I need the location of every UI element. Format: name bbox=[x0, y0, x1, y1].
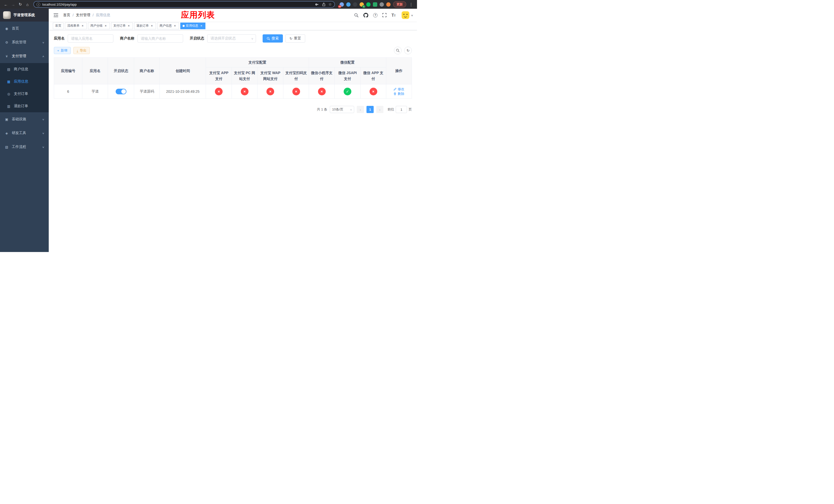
app-name-label: 应用名 bbox=[54, 36, 65, 41]
status-label: 开启状态 bbox=[190, 36, 204, 41]
pin-icon[interactable] bbox=[379, 2, 384, 7]
sidebar-item-label: 工作流程 bbox=[12, 144, 26, 149]
cell-status bbox=[108, 84, 134, 99]
page-size-select[interactable]: 10条/页 ∨ bbox=[330, 106, 354, 113]
refresh-table-button[interactable]: ↻ bbox=[404, 47, 412, 54]
tab-refund-order[interactable]: 退款订单 × bbox=[134, 23, 156, 29]
col-group-wechat: 微信配置 bbox=[309, 58, 386, 67]
app-title: 芋道管理系统 bbox=[13, 13, 35, 18]
plus-icon: + bbox=[57, 49, 59, 52]
site-info-icon[interactable]: i bbox=[37, 3, 40, 6]
browser-home-icon[interactable]: ⌂ bbox=[24, 1, 31, 8]
sidebar-item-dev-tools[interactable]: ◈ 研发工具 ∨ bbox=[0, 126, 49, 140]
sidebar-item-home[interactable]: ◉ 首页 bbox=[0, 22, 49, 36]
close-icon[interactable]: × bbox=[150, 24, 154, 28]
close-icon[interactable]: × bbox=[173, 24, 177, 28]
tab-label: 用户分组 bbox=[90, 24, 103, 28]
col-actions: 操作 bbox=[386, 58, 412, 84]
breadcrumb-item-payment[interactable]: 支付管理 bbox=[76, 13, 90, 18]
extension-icon[interactable] bbox=[353, 2, 357, 7]
status-select[interactable]: 请选择开启状态 ∨ bbox=[207, 35, 256, 43]
edit-button[interactable]: 修改 bbox=[393, 87, 404, 92]
font-size-icon[interactable]: TT bbox=[391, 13, 396, 18]
col-alipay-qr: 支付宝扫码支付 bbox=[283, 67, 309, 84]
export-button[interactable]: ↓ 导出 bbox=[73, 47, 90, 54]
sidebar-item-pay-order[interactable]: ◎ 支付订单 bbox=[0, 88, 49, 100]
tab-process-form[interactable]: 流程表单 × bbox=[65, 23, 87, 29]
breadcrumb-current: 应用信息 bbox=[96, 13, 110, 18]
tab-label: 首页 bbox=[55, 24, 61, 28]
app-logo[interactable]: 芋道管理系统 bbox=[0, 9, 49, 22]
sidebar-item-workflow[interactable]: ▧ 工作流程 ∨ bbox=[0, 140, 49, 154]
sidebar-item-refund-order[interactable]: ▥ 退款订单 bbox=[0, 100, 49, 112]
page-title: 应用列表 bbox=[181, 9, 215, 21]
close-icon[interactable]: × bbox=[199, 24, 203, 28]
extension-icon[interactable] bbox=[373, 2, 377, 7]
next-page-button[interactable]: › bbox=[376, 106, 383, 113]
close-icon[interactable]: × bbox=[104, 24, 107, 28]
card-icon: ▤ bbox=[7, 67, 11, 71]
share-icon[interactable] bbox=[322, 3, 326, 6]
sidebar-item-app-info[interactable]: ▦ 应用信息 bbox=[0, 75, 49, 88]
browser-reload-icon[interactable]: ↻ bbox=[17, 1, 24, 8]
col-status: 开启状态 bbox=[108, 58, 134, 84]
github-icon[interactable] bbox=[364, 13, 368, 18]
search-icon[interactable] bbox=[354, 13, 358, 18]
col-alipay-app: 支付宝 APP 支付 bbox=[206, 67, 232, 84]
help-icon[interactable]: ? bbox=[373, 13, 377, 18]
download-icon: ↓ bbox=[77, 49, 79, 52]
cell-merchant: 芋道源码 bbox=[134, 84, 160, 99]
grid-icon: ▦ bbox=[7, 80, 11, 84]
password-key-icon[interactable] bbox=[315, 3, 319, 6]
target-icon: ◎ bbox=[7, 92, 11, 96]
extension-icon[interactable] bbox=[346, 2, 351, 7]
status-toggle[interactable] bbox=[116, 89, 127, 94]
page-size-value: 10条/页 bbox=[332, 107, 344, 112]
tab-pay-order[interactable]: 支付订单 × bbox=[111, 23, 133, 29]
page-1-button[interactable]: 1 bbox=[367, 106, 374, 113]
tab-app-info[interactable]: 应用信息 × bbox=[180, 23, 205, 29]
address-bar[interactable]: i localhost:1024/pay/app ☆ bbox=[33, 1, 335, 8]
user-menu[interactable]: ∨ bbox=[402, 11, 413, 19]
profile-avatar-icon[interactable] bbox=[386, 2, 391, 7]
reset-button[interactable]: ↻ 重置 bbox=[285, 35, 305, 43]
close-icon[interactable]: × bbox=[127, 24, 131, 28]
col-wechat-mini: 微信小程序支付 bbox=[309, 67, 335, 84]
tab-merchant-info[interactable]: 商户信息 × bbox=[157, 23, 179, 29]
chevron-down-icon: ∨ bbox=[42, 132, 45, 134]
tab-home[interactable]: 首页 bbox=[53, 23, 64, 29]
tab-label: 退款订单 bbox=[136, 24, 149, 28]
url-text: localhost:1024/pay/app bbox=[42, 3, 313, 6]
alipay-wap-status-icon: × bbox=[266, 88, 274, 95]
browser-update-button[interactable]: 更新 bbox=[393, 1, 406, 7]
sidebar-item-payment[interactable]: ¥ 支付管理 ∧ bbox=[0, 49, 49, 63]
add-button[interactable]: + 新增 bbox=[54, 47, 71, 54]
merchant-name-input[interactable] bbox=[137, 35, 183, 43]
cell-alipay-app: × bbox=[206, 84, 232, 99]
document-icon: ▥ bbox=[7, 104, 11, 108]
sidebar-item-merchant-info[interactable]: ▤ 商户信息 bbox=[0, 63, 49, 75]
breadcrumb-item-home[interactable]: 首页 bbox=[63, 13, 70, 18]
toggle-search-button[interactable] bbox=[394, 47, 402, 54]
bookmark-star-icon[interactable]: ☆ bbox=[329, 2, 332, 7]
extension-icon[interactable]: 10 bbox=[339, 2, 344, 7]
tab-label: 商户信息 bbox=[159, 24, 172, 28]
close-icon[interactable]: × bbox=[81, 24, 84, 28]
sidebar-item-label: 研发工具 bbox=[12, 131, 26, 135]
sidebar-item-system[interactable]: ⚙ 系统管理 ∨ bbox=[0, 36, 49, 49]
prev-page-button[interactable]: ‹ bbox=[357, 106, 364, 113]
sidebar-menu: ◉ 首页 ⚙ 系统管理 ∨ ¥ 支付管理 ∧ ▤ 商户信息 ▦ 应用信 bbox=[0, 22, 49, 252]
app-name-input[interactable] bbox=[68, 35, 113, 43]
extension-icon[interactable] bbox=[366, 2, 371, 7]
goto-page-input[interactable] bbox=[396, 106, 407, 113]
sidebar-item-infrastructure[interactable]: ▣ 基础设施 ∨ bbox=[0, 112, 49, 126]
sidebar-toggle-icon[interactable] bbox=[53, 13, 59, 18]
browser-back-icon[interactable]: ← bbox=[3, 1, 9, 8]
tab-user-group[interactable]: 用户分组 × bbox=[88, 23, 110, 29]
fullscreen-icon[interactable] bbox=[382, 13, 387, 17]
extension-icon[interactable]: 1 bbox=[359, 2, 364, 7]
delete-button[interactable]: 删除 bbox=[393, 92, 404, 96]
search-button[interactable]: 搜索 bbox=[263, 35, 283, 43]
browser-menu-icon[interactable]: ⋮ bbox=[408, 1, 414, 8]
browser-forward-icon[interactable]: → bbox=[10, 1, 16, 8]
